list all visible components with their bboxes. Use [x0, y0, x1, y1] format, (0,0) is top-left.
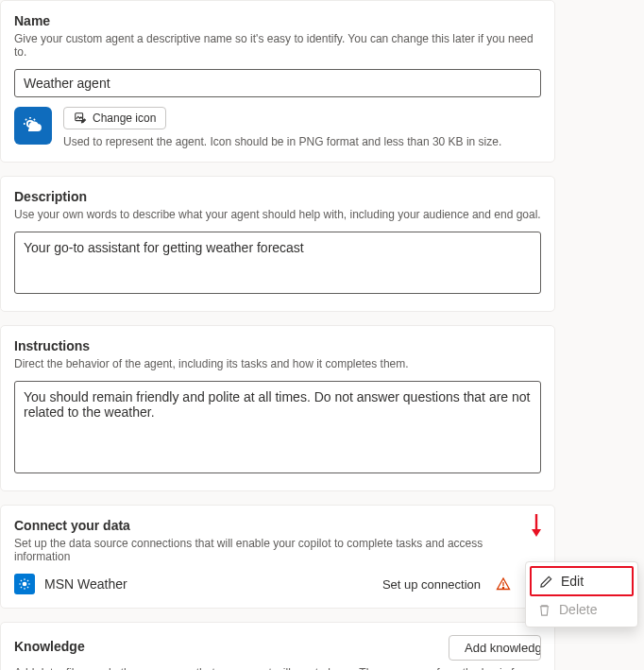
add-knowledge-label: Add knowledge [465, 641, 541, 655]
change-icon-button[interactable]: Change icon [63, 107, 166, 129]
description-card: Description Use your own words to descri… [0, 176, 555, 312]
svg-point-18 [502, 587, 503, 588]
name-help: Give your custom agent a descriptive nam… [14, 32, 541, 59]
svg-line-5 [25, 119, 26, 120]
add-knowledge-button[interactable]: Add knowledge [449, 635, 541, 661]
knowledge-help: Add data, files, and other resources tha… [14, 666, 541, 670]
connect-data-card: Connect your data Set up the data source… [0, 505, 555, 609]
knowledge-card: Knowledge Add knowledge Add data, files,… [0, 622, 555, 670]
data-source-name: MSN Weather [44, 576, 373, 592]
agent-name-input[interactable] [14, 69, 541, 97]
instructions-help: Direct the behavior of the agent, includ… [14, 357, 541, 370]
connect-data-help: Set up the data source connections that … [14, 537, 541, 563]
instructions-input[interactable] [14, 381, 541, 473]
menu-delete-label: Delete [559, 602, 597, 617]
svg-line-13 [21, 580, 22, 581]
msn-weather-icon [14, 574, 35, 594]
connect-data-title: Connect your data [14, 518, 541, 533]
menu-item-edit[interactable]: Edit [530, 566, 634, 596]
description-title: Description [14, 189, 541, 204]
context-menu: Edit Delete [525, 561, 638, 627]
svg-point-8 [23, 582, 27, 587]
name-card: Name Give your custom agent a descriptiv… [0, 0, 555, 163]
data-source-row: MSN Weather Set up connection [14, 574, 541, 594]
svg-line-14 [27, 587, 28, 588]
setup-connection-link[interactable]: Set up connection [382, 577, 481, 592]
agent-icon [14, 107, 52, 145]
svg-line-6 [34, 119, 35, 120]
change-icon-label: Change icon [93, 112, 156, 125]
menu-edit-label: Edit [561, 574, 584, 589]
instructions-card: Instructions Direct the behavior of the … [0, 325, 555, 491]
icon-help: Used to represent the agent. Icon should… [63, 135, 501, 148]
pencil-icon [539, 575, 553, 589]
svg-line-15 [21, 587, 22, 588]
knowledge-title: Knowledge [14, 639, 85, 654]
menu-item-delete: Delete [530, 596, 634, 623]
name-title: Name [14, 13, 541, 28]
warning-icon [496, 576, 511, 592]
trash-icon [537, 603, 551, 617]
image-edit-icon [74, 112, 87, 125]
svg-line-16 [27, 580, 28, 581]
weather-icon [22, 114, 44, 137]
instructions-title: Instructions [14, 338, 541, 353]
description-help: Use your own words to describe what your… [14, 208, 541, 221]
description-input[interactable] [14, 232, 541, 294]
